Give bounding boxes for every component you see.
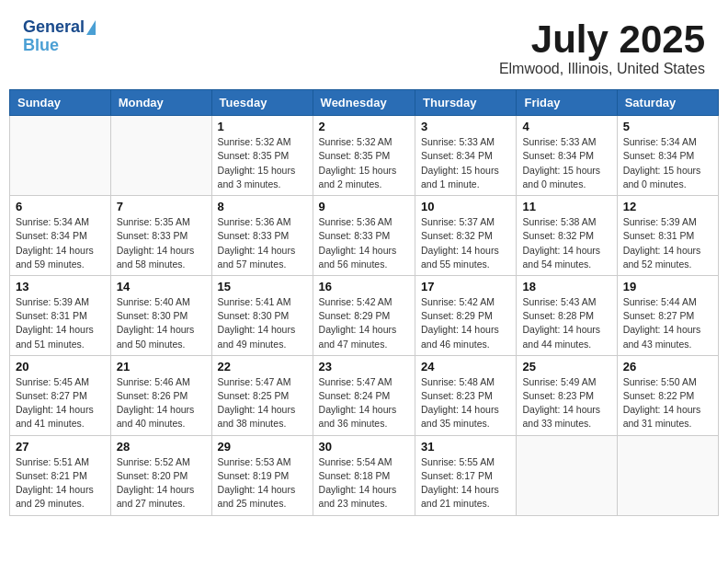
day-number: 31 [421, 440, 510, 454]
calendar-cell [517, 435, 617, 515]
weekday-header-sunday: Sunday [10, 90, 111, 116]
calendar-week-5: 27Sunrise: 5:51 AMSunset: 8:21 PMDayligh… [10, 435, 719, 515]
calendar-cell: 30Sunrise: 5:54 AMSunset: 8:18 PMDayligh… [313, 435, 415, 515]
calendar-cell: 29Sunrise: 5:53 AMSunset: 8:19 PMDayligh… [211, 435, 313, 515]
calendar-cell [617, 435, 718, 515]
title-section: July 2025 Elmwood, Illinois, United Stat… [499, 18, 705, 77]
day-info: Sunrise: 5:33 AMSunset: 8:34 PMDaylight:… [421, 135, 510, 191]
weekday-header-saturday: Saturday [617, 90, 718, 116]
calendar-cell: 25Sunrise: 5:49 AMSunset: 8:23 PMDayligh… [517, 355, 617, 435]
day-number: 7 [117, 200, 206, 213]
day-info: Sunrise: 5:55 AMSunset: 8:17 PMDaylight:… [421, 455, 510, 511]
calendar-cell: 28Sunrise: 5:52 AMSunset: 8:20 PMDayligh… [110, 435, 211, 515]
logo-text-blue: Blue [23, 37, 59, 55]
logo-text-general: General [23, 18, 85, 37]
day-info: Sunrise: 5:34 AMSunset: 8:34 PMDaylight:… [623, 135, 712, 191]
calendar-cell: 18Sunrise: 5:43 AMSunset: 8:28 PMDayligh… [517, 275, 617, 355]
calendar-cell: 14Sunrise: 5:40 AMSunset: 8:30 PMDayligh… [110, 275, 211, 355]
day-number: 1 [218, 120, 307, 133]
day-number: 19 [623, 280, 712, 293]
day-number: 5 [623, 120, 712, 133]
calendar-cell [10, 116, 111, 196]
day-info: Sunrise: 5:41 AMSunset: 8:30 PMDaylight:… [218, 295, 307, 351]
weekday-header-thursday: Thursday [415, 90, 517, 116]
weekday-header-friday: Friday [517, 90, 617, 116]
day-number: 22 [218, 360, 307, 373]
calendar-cell: 2Sunrise: 5:32 AMSunset: 8:35 PMDaylight… [313, 116, 415, 196]
day-number: 13 [16, 280, 105, 293]
day-number: 30 [319, 440, 409, 454]
calendar-week-3: 13Sunrise: 5:39 AMSunset: 8:31 PMDayligh… [10, 275, 719, 355]
location-title: Elmwood, Illinois, United States [499, 61, 705, 77]
calendar-cell: 16Sunrise: 5:42 AMSunset: 8:29 PMDayligh… [313, 275, 415, 355]
page-header: General Blue July 2025 Elmwood, Illinois… [9, 9, 719, 82]
calendar-cell: 15Sunrise: 5:41 AMSunset: 8:30 PMDayligh… [211, 275, 313, 355]
day-info: Sunrise: 5:45 AMSunset: 8:27 PMDaylight:… [16, 375, 105, 431]
logo-triangle-icon [86, 20, 96, 35]
calendar-cell: 4Sunrise: 5:33 AMSunset: 8:34 PMDaylight… [517, 116, 617, 196]
day-number: 12 [623, 200, 712, 213]
day-info: Sunrise: 5:53 AMSunset: 8:19 PMDaylight:… [218, 455, 307, 511]
day-info: Sunrise: 5:36 AMSunset: 8:33 PMDaylight:… [218, 215, 307, 271]
calendar-cell: 23Sunrise: 5:47 AMSunset: 8:24 PMDayligh… [313, 355, 415, 435]
calendar-cell: 20Sunrise: 5:45 AMSunset: 8:27 PMDayligh… [10, 355, 111, 435]
day-info: Sunrise: 5:42 AMSunset: 8:29 PMDaylight:… [319, 295, 409, 351]
calendar-cell: 22Sunrise: 5:47 AMSunset: 8:25 PMDayligh… [211, 355, 313, 435]
day-info: Sunrise: 5:39 AMSunset: 8:31 PMDaylight:… [623, 215, 712, 271]
day-info: Sunrise: 5:50 AMSunset: 8:22 PMDaylight:… [623, 375, 712, 431]
day-number: 11 [522, 200, 610, 213]
day-info: Sunrise: 5:35 AMSunset: 8:33 PMDaylight:… [117, 215, 206, 271]
calendar-cell: 27Sunrise: 5:51 AMSunset: 8:21 PMDayligh… [10, 435, 111, 515]
day-info: Sunrise: 5:47 AMSunset: 8:24 PMDaylight:… [319, 375, 409, 431]
day-info: Sunrise: 5:33 AMSunset: 8:34 PMDaylight:… [522, 135, 610, 191]
day-info: Sunrise: 5:48 AMSunset: 8:23 PMDaylight:… [421, 375, 510, 431]
day-info: Sunrise: 5:42 AMSunset: 8:29 PMDaylight:… [421, 295, 510, 351]
calendar-cell: 1Sunrise: 5:32 AMSunset: 8:35 PMDaylight… [211, 116, 313, 196]
day-info: Sunrise: 5:32 AMSunset: 8:35 PMDaylight:… [319, 135, 409, 191]
calendar-cell: 11Sunrise: 5:38 AMSunset: 8:32 PMDayligh… [517, 196, 617, 276]
day-number: 24 [421, 360, 510, 373]
day-number: 28 [117, 440, 206, 454]
day-number: 4 [522, 120, 610, 133]
weekday-header-wednesday: Wednesday [313, 90, 415, 116]
calendar-cell: 17Sunrise: 5:42 AMSunset: 8:29 PMDayligh… [415, 275, 517, 355]
calendar-week-4: 20Sunrise: 5:45 AMSunset: 8:27 PMDayligh… [10, 355, 719, 435]
calendar-cell [110, 116, 211, 196]
calendar-cell: 21Sunrise: 5:46 AMSunset: 8:26 PMDayligh… [110, 355, 211, 435]
day-info: Sunrise: 5:37 AMSunset: 8:32 PMDaylight:… [421, 215, 510, 271]
day-number: 17 [421, 280, 510, 293]
day-number: 23 [319, 360, 409, 373]
day-info: Sunrise: 5:39 AMSunset: 8:31 PMDaylight:… [16, 295, 105, 351]
calendar-cell: 5Sunrise: 5:34 AMSunset: 8:34 PMDaylight… [617, 116, 718, 196]
calendar-table: SundayMondayTuesdayWednesdayThursdayFrid… [9, 89, 719, 515]
day-info: Sunrise: 5:40 AMSunset: 8:30 PMDaylight:… [117, 295, 206, 351]
day-info: Sunrise: 5:44 AMSunset: 8:27 PMDaylight:… [623, 295, 712, 351]
calendar-cell: 9Sunrise: 5:36 AMSunset: 8:33 PMDaylight… [313, 196, 415, 276]
day-info: Sunrise: 5:51 AMSunset: 8:21 PMDaylight:… [16, 455, 105, 511]
day-number: 3 [421, 120, 510, 133]
calendar-week-1: 1Sunrise: 5:32 AMSunset: 8:35 PMDaylight… [10, 116, 719, 196]
day-info: Sunrise: 5:47 AMSunset: 8:25 PMDaylight:… [218, 375, 307, 431]
day-number: 25 [522, 360, 610, 373]
calendar-cell: 12Sunrise: 5:39 AMSunset: 8:31 PMDayligh… [617, 196, 718, 276]
calendar-cell: 7Sunrise: 5:35 AMSunset: 8:33 PMDaylight… [110, 196, 211, 276]
day-number: 14 [117, 280, 206, 293]
day-number: 16 [319, 280, 409, 293]
calendar-header-row: SundayMondayTuesdayWednesdayThursdayFrid… [10, 90, 719, 116]
month-title: July 2025 [499, 18, 705, 61]
day-number: 6 [16, 200, 105, 213]
calendar-cell: 31Sunrise: 5:55 AMSunset: 8:17 PMDayligh… [415, 435, 517, 515]
day-info: Sunrise: 5:36 AMSunset: 8:33 PMDaylight:… [319, 215, 409, 271]
day-number: 2 [319, 120, 409, 133]
day-number: 18 [522, 280, 610, 293]
calendar-cell: 10Sunrise: 5:37 AMSunset: 8:32 PMDayligh… [415, 196, 517, 276]
calendar-cell: 6Sunrise: 5:34 AMSunset: 8:34 PMDaylight… [10, 196, 111, 276]
day-info: Sunrise: 5:43 AMSunset: 8:28 PMDaylight:… [522, 295, 610, 351]
calendar-cell: 13Sunrise: 5:39 AMSunset: 8:31 PMDayligh… [10, 275, 111, 355]
calendar-week-2: 6Sunrise: 5:34 AMSunset: 8:34 PMDaylight… [10, 196, 719, 276]
day-number: 15 [218, 280, 307, 293]
calendar-cell: 26Sunrise: 5:50 AMSunset: 8:22 PMDayligh… [617, 355, 718, 435]
day-info: Sunrise: 5:32 AMSunset: 8:35 PMDaylight:… [218, 135, 307, 191]
calendar-cell: 24Sunrise: 5:48 AMSunset: 8:23 PMDayligh… [415, 355, 517, 435]
day-info: Sunrise: 5:49 AMSunset: 8:23 PMDaylight:… [522, 375, 610, 431]
